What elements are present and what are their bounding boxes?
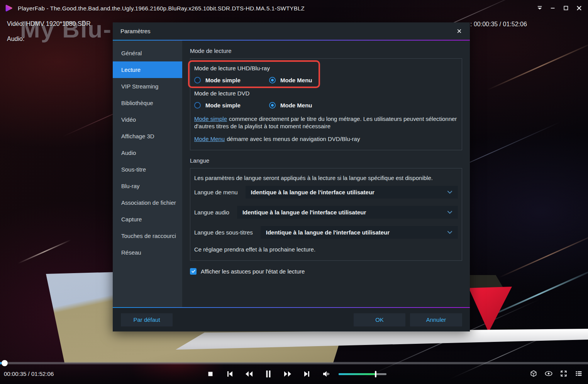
dialog-header: Paramètres [113,22,470,40]
settings-dialog: Paramètres Général Lecture VIP Streaming… [113,22,470,331]
description-text: commence directement par le titre du lon… [194,116,457,129]
subtitle-language-select[interactable]: Identique à la langue de l'interface uti… [261,226,458,239]
radio-unchecked-icon[interactable] [194,77,201,83]
settings-content: Mode de lecture Mode de lecture UHD/Blu-… [182,41,470,307]
stop-button[interactable] [203,368,217,380]
simple-mode-description: Mode simplecommence directement par le t… [194,115,458,130]
volume-level [339,373,376,375]
sidebar-item-bibliotheque[interactable]: Bibliothèque [113,95,182,111]
dvd-mode-title: Mode de lecture DVD [194,90,458,97]
player-window: My Blu-ra PlayerFab - The.Good.the.Bad.a… [0,0,588,384]
tips-checkbox-row[interactable]: Afficher les astuces pour l'état de lect… [190,268,462,275]
audio-language-select[interactable]: Identique à la langue de l'interface uti… [237,206,458,219]
eye-icon[interactable] [544,369,553,378]
default-button[interactable]: Par défaut [121,313,173,326]
light-streak [498,233,588,278]
collapse-button[interactable] [535,3,545,13]
tips-checkbox-label: Afficher les astuces pour l'état de lect… [201,268,305,275]
playback-mode-group: Mode de lecture UHD/Blu-ray Mode simple … [190,58,462,150]
light-streak [487,42,588,90]
radio-label: Mode simple [205,77,241,83]
description-text: démarre avec les menus de navigation DVD… [227,136,360,142]
view-controls [529,369,583,378]
sidebar-item-affichage-3d[interactable]: Affichage 3D [113,128,182,144]
dialog-close-icon[interactable] [454,27,464,36]
language-intro-text: Les paramètres de langue seront appliqué… [194,175,458,181]
mode-menu-link[interactable]: Mode Menu [194,136,225,142]
audio-info-label: Audio: [7,36,24,42]
sidebar-item-video[interactable]: Vidéo [113,111,182,128]
dvd-mode-menu-option[interactable]: Mode Menu [269,102,344,109]
radio-label: Mode Menu [280,77,312,83]
mode-simple-link[interactable]: Mode simple [194,116,227,122]
sidebar-item-audio[interactable]: Audio [113,144,182,161]
language-note: Ce réglage prendra effet à la prochaine … [194,246,458,253]
sidebar-item-association-fichier[interactable]: Association de fichier [113,194,182,211]
minimize-button[interactable] [548,3,558,13]
menu-language-select[interactable]: Identique à la langue de l'interface uti… [246,186,458,199]
playerfab-logo-icon [4,3,14,13]
chevron-down-icon [447,190,452,194]
language-section-title: Langue [190,157,462,164]
subtitle-language-row: Langue des sous-titres Identique à la la… [194,226,458,239]
sidebar-item-reseau[interactable]: Réseau [113,244,182,261]
volume-icon[interactable] [319,368,333,380]
sidebar-item-capture[interactable]: Capture [113,211,182,228]
select-value: Identique à la langue de l'interface uti… [251,189,447,195]
language-group: Les paramètres de langue seront appliqué… [190,168,462,261]
chevron-down-icon [447,231,452,234]
sidebar-item-vip-streaming[interactable]: VIP Streaming [113,78,182,95]
uhd-mode-simple-option[interactable]: Mode simple [194,77,269,83]
window-title: PlayerFab - The.Good.the.Bad.and.the.Ugl… [18,5,305,12]
seek-thumb[interactable] [2,360,8,366]
radio-checked-icon[interactable] [269,77,276,83]
audio-language-label: Langue audio [194,209,229,216]
fast-forward-button[interactable] [281,368,295,380]
playback-time-top: : 00:00:35 / 01:52:06 [470,21,527,28]
radio-label: Mode Menu [280,102,312,109]
sidebar-item-sous-titre[interactable]: Sous-titre [113,161,182,178]
uhd-mode-menu-option[interactable]: Mode Menu [269,77,344,83]
radio-unchecked-icon[interactable] [194,102,201,109]
fullscreen-icon[interactable] [559,369,568,378]
uhd-mode-title: Mode de lecture UHD/Blu-ray [194,65,458,71]
menu-language-row: Langue de menu Identique à la langue de … [194,186,458,199]
playback-time-label: 00:00:35 / 01:52:06 [4,370,54,377]
sidebar-item-raccourci[interactable]: Touches de raccourci [113,228,182,244]
video-info-label: Vidéo: HDMV 1920*1080 SDR [7,20,91,27]
ok-button[interactable]: OK [354,313,405,326]
dialog-title: Paramètres [120,28,151,34]
next-button[interactable] [300,368,314,380]
window-controls [535,3,584,13]
sidebar-item-general[interactable]: Général [113,45,182,61]
transport-controls [203,368,386,380]
menu-language-label: Langue de menu [194,189,238,195]
settings-sidebar: Général Lecture VIP Streaming Bibliothèq… [113,41,182,307]
light-streak [18,240,71,264]
dvd-mode-simple-option[interactable]: Mode simple [194,102,269,109]
checkbox-checked-icon[interactable] [190,268,197,275]
3d-cube-icon[interactable] [529,369,538,378]
subtitle-language-label: Langue des sous-titres [194,229,253,236]
red-highlight-box [188,60,320,88]
select-value: Identique à la langue de l'interface uti… [242,209,447,216]
playlist-icon[interactable] [574,369,583,378]
pause-button[interactable] [261,368,275,380]
select-value: Identique à la langue de l'interface uti… [266,229,447,236]
dialog-footer: Par défaut OK Annuler [113,308,470,331]
previous-button[interactable] [223,368,237,380]
chevron-down-icon [447,211,452,214]
close-window-button[interactable] [574,3,584,13]
menu-mode-description: Mode Menudémarre avec les menus de navig… [194,135,458,143]
sidebar-item-blu-ray[interactable]: Blu-ray [113,178,182,194]
cancel-button[interactable]: Annuler [410,313,462,326]
radio-checked-icon[interactable] [269,102,276,109]
maximize-button[interactable] [561,3,571,13]
volume-thumb[interactable] [375,371,376,377]
audio-language-row: Langue audio Identique à la langue de l'… [194,206,458,219]
sidebar-item-lecture[interactable]: Lecture [113,61,182,78]
radio-label: Mode simple [205,102,241,109]
rewind-button[interactable] [242,368,256,380]
seek-bar[interactable] [0,362,588,364]
volume-slider[interactable] [339,373,386,375]
